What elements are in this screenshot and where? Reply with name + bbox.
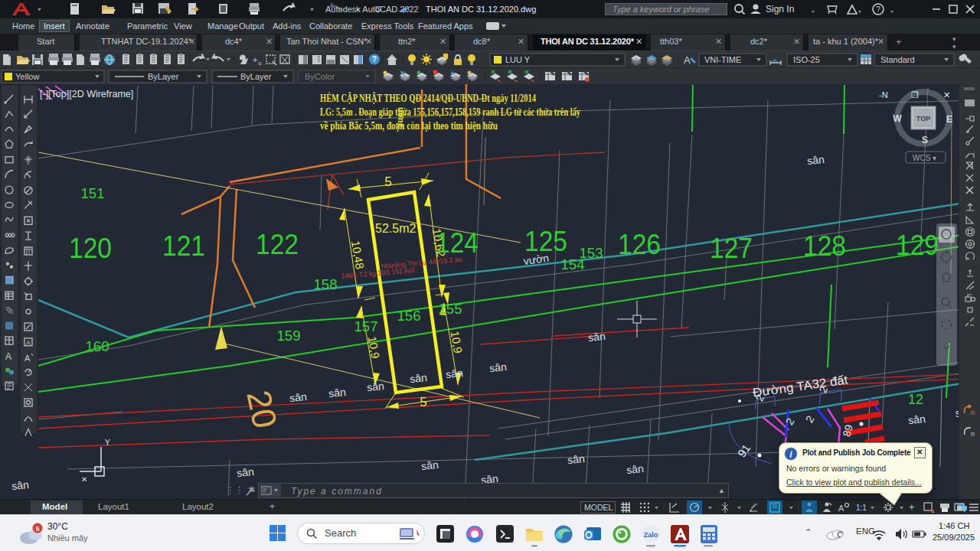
svg-text:?: ? [876,5,880,14]
svg-text:ByLayer: ByLayer [240,72,272,81]
svg-text:sân: sân [806,153,825,167]
svg-text:sân: sân [409,371,427,385]
svg-text:o: o [258,60,262,67]
svg-text:sân: sân [366,380,384,393]
svg-text:5: 5 [420,395,426,409]
svg-text:A: A [684,54,691,66]
svg-text:sân: sân [488,360,507,374]
svg-text:159: 159 [277,328,301,344]
svg-text:✕: ✕ [943,90,950,99]
svg-text:WCS ▾: WCS ▾ [913,154,936,162]
svg-text:E: E [946,114,952,125]
svg-text:W: W [893,113,902,124]
svg-text:155: 155 [439,301,462,317]
svg-text:52.5m2: 52.5m2 [375,222,416,235]
svg-text:sân: sân [420,458,439,472]
svg-text:-N: -N [879,90,888,99]
svg-text:ường: ường [396,107,407,128]
svg-text:S: S [922,135,928,145]
svg-text:sân: sân [445,367,463,380]
svg-text:sân: sân [328,386,346,399]
svg-text:n: n [971,430,975,438]
svg-text:151: 151 [81,185,105,201]
svg-text:A: A [26,339,31,347]
svg-text:VNI-TIME: VNI-TIME [704,55,741,64]
svg-text:129: 129 [896,230,939,261]
svg-text:5: 5 [384,174,391,189]
svg-text:LUU Y: LUU Y [505,55,531,64]
svg-text:156: 156 [397,308,421,324]
svg-text:n: n [971,409,975,416]
svg-text:sân: sân [236,465,254,479]
svg-text:124: 124 [436,227,479,259]
svg-text:A: A [5,351,11,362]
svg-text:Y: Y [105,439,110,447]
svg-text:Zalo: Zalo [644,531,658,539]
svg-text:121: 121 [162,230,205,262]
svg-text:Standard: Standard [880,55,915,64]
svg-text:sân: sân [907,412,926,426]
svg-text:✕: ✕ [81,475,87,484]
svg-text:12: 12 [908,392,923,407]
svg-text:HẺM CẬP NHẬT THEO QĐ 2414/QĐ-U: HẺM CẬP NHẬT THEO QĐ 2414/QĐ-UBND-Đt ngà… [320,92,536,104]
svg-text:Yellow: Yellow [15,72,39,81]
svg-text:❐: ❐ [911,90,919,99]
svg-text:ISO-25: ISO-25 [793,55,820,64]
svg-text:+: + [253,55,257,64]
svg-text:sân: sân [587,330,606,344]
svg-text:158: 158 [314,276,338,292]
svg-text:A: A [24,354,31,363]
svg-text:A: A [838,504,844,513]
svg-text:[-][Top][2D Wireframe]: [-][Top][2D Wireframe] [40,89,133,99]
svg-text:LG: 5,5m . Đoạn giáp thửa 155,: LG: 5,5m . Đoạn giáp thửa 155,156,157,15… [320,106,580,118]
svg-text:126: 126 [618,229,661,260]
svg-text:sân: sân [289,390,307,404]
svg-text:1:1: 1:1 [856,504,867,512]
svg-text:127: 127 [710,233,753,264]
svg-text:154: 154 [561,256,585,272]
svg-text:về phía Bắc 5,5m, đoạn còn lại: về phía Bắc 5,5m, đoạn còn lại theo tim … [320,120,498,132]
svg-text:sân: sân [567,452,585,466]
svg-text:122: 122 [256,229,299,260]
svg-text:5: 5 [35,525,39,533]
svg-text:160: 160 [86,338,109,354]
svg-text:?: ? [372,55,377,64]
svg-text:ByColor: ByColor [305,72,335,81]
svg-text:TOP: TOP [916,115,930,122]
svg-text:+: + [909,501,915,513]
svg-text:sân: sân [626,462,644,476]
svg-text:157: 157 [354,318,378,334]
svg-text:128: 128 [803,230,846,262]
svg-text:ByLayer: ByLayer [148,72,179,81]
svg-text:20: 20 [240,387,284,432]
svg-text:120: 120 [69,233,112,264]
